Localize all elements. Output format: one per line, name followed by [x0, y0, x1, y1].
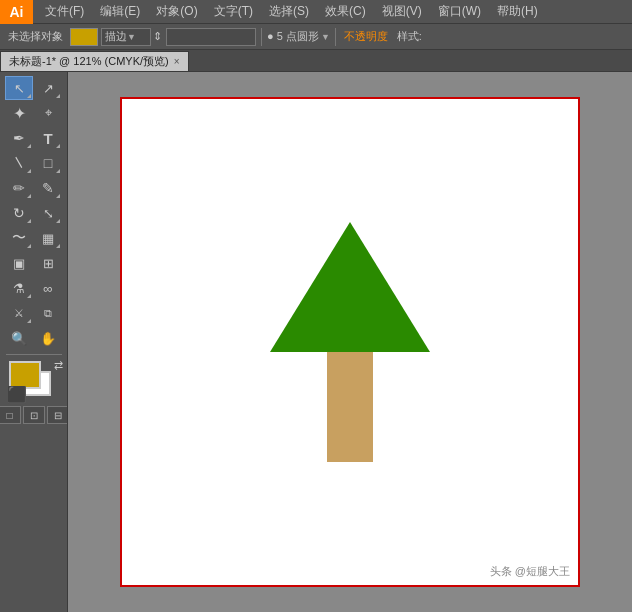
color-area: ⇄ ⬛	[9, 361, 59, 401]
zoom-tool[interactable]: 🔍	[5, 326, 33, 350]
tool-subtool-icon	[56, 169, 60, 173]
tool-row-6: ↻ ⤡	[5, 201, 62, 225]
foreground-color-swatch[interactable]	[9, 361, 41, 389]
watermark: 头条 @短腿大王	[490, 564, 570, 579]
eyedropper-icon: ⚗	[13, 281, 25, 296]
arrow-stem	[327, 352, 373, 462]
separator-2	[335, 28, 336, 46]
menu-window[interactable]: 窗口(W)	[430, 0, 489, 23]
blend-tool[interactable]: ∞	[34, 276, 62, 300]
tool-subtool-icon	[56, 219, 60, 223]
fullscreen-mode-btn[interactable]: ⊟	[47, 406, 69, 424]
color-swap-icon[interactable]: ⇄	[54, 359, 63, 372]
tab-bar: 未标题-1* @ 121% (CMYK/预览) ×	[0, 50, 632, 72]
type-tool[interactable]: T	[34, 126, 62, 150]
tool-subtool-icon	[56, 144, 60, 148]
stroke-value-input[interactable]	[166, 28, 256, 46]
line-tool[interactable]: /	[5, 151, 33, 175]
magic-wand-tool[interactable]: ✦	[5, 101, 33, 125]
tool-subtool-icon	[27, 319, 31, 323]
menu-object[interactable]: 对象(O)	[148, 0, 205, 23]
fill-swatch[interactable]	[70, 28, 98, 46]
stroke-arrow-icon: ▼	[127, 32, 136, 42]
menu-file[interactable]: 文件(F)	[37, 0, 92, 23]
arrow-shape	[270, 222, 430, 462]
gradient-icon: ▣	[13, 256, 25, 271]
tool-row-11: 🔍 ✋	[5, 326, 62, 350]
blend-icon: ∞	[43, 281, 52, 296]
eyedropper-tool[interactable]: ⚗	[5, 276, 33, 300]
opacity-btn[interactable]: 不透明度	[341, 29, 391, 44]
slice-select-icon: ⧉	[44, 307, 52, 320]
tool-row-10: ⚔ ⧉	[5, 301, 62, 325]
separator-1	[261, 28, 262, 46]
mesh-tool[interactable]: ⊞	[34, 251, 62, 275]
tool-subtool-icon	[27, 294, 31, 298]
tool-row-5: ✏ ✎	[5, 176, 62, 200]
lasso-icon: ⌖	[45, 105, 52, 121]
type-icon: T	[43, 130, 52, 147]
paintbrush-tool[interactable]: ✏	[5, 176, 33, 200]
warp-icon: 〜	[12, 229, 26, 247]
document-tab[interactable]: 未标题-1* @ 121% (CMYK/预览) ×	[0, 51, 189, 71]
pen-tool[interactable]: ✒	[5, 126, 33, 150]
left-toolbar: ↖ ↗ ✦ ⌖ ✒ T	[0, 72, 68, 612]
screen-mode-btn[interactable]: ⊡	[23, 406, 45, 424]
mesh-icon: ⊞	[43, 256, 54, 271]
menu-effect[interactable]: 效果(C)	[317, 0, 374, 23]
tool-row-9: ⚗ ∞	[5, 276, 62, 300]
tool-row-8: ▣ ⊞	[5, 251, 62, 275]
normal-mode-btn[interactable]: □	[0, 406, 21, 424]
dot-size-label: ● 5 点圆形	[267, 29, 319, 44]
tool-subtool-icon	[56, 244, 60, 248]
selection-label: 未选择对象	[4, 29, 67, 44]
document-canvas[interactable]: 头条 @短腿大王	[120, 97, 580, 587]
hand-tool[interactable]: ✋	[34, 326, 62, 350]
menu-view[interactable]: 视图(V)	[374, 0, 430, 23]
menu-type[interactable]: 文字(T)	[206, 0, 261, 23]
tab-close-icon[interactable]: ×	[174, 56, 180, 67]
control-toolbar: 未选择对象 描边 ▼ ⇕ ● 5 点圆形 ▼ 不透明度 样式:	[0, 24, 632, 50]
tool-row-3: ✒ T	[5, 126, 62, 150]
menu-select[interactable]: 选择(S)	[261, 0, 317, 23]
paintbrush-icon: ✏	[13, 180, 25, 196]
gradient-tool[interactable]: ▣	[5, 251, 33, 275]
rotate-icon: ↻	[13, 205, 25, 221]
stroke-select[interactable]: 描边 ▼	[101, 28, 151, 46]
tab-label: 未标题-1* @ 121% (CMYK/预览)	[9, 54, 169, 69]
tool-row-1: ↖ ↗	[5, 76, 62, 100]
slice-tool[interactable]: ⚔	[5, 301, 33, 325]
warp-tool[interactable]: 〜	[5, 226, 33, 250]
stroke-label: 描边	[105, 29, 127, 44]
lasso-tool[interactable]: ⌖	[34, 101, 62, 125]
select-icon: ↖	[14, 81, 25, 96]
rotate-tool[interactable]: ↻	[5, 201, 33, 225]
tool-subtool-icon	[56, 194, 60, 198]
rect-tool[interactable]: □	[34, 151, 62, 175]
dot-size-selector[interactable]: ● 5 点圆形 ▼	[267, 29, 330, 44]
app-logo: Ai	[0, 0, 33, 24]
graph-tool[interactable]: ▦	[34, 226, 62, 250]
slice-icon: ⚔	[14, 307, 24, 320]
menu-bar: Ai 文件(F) 编辑(E) 对象(O) 文字(T) 选择(S) 效果(C) 视…	[0, 0, 632, 24]
direct-select-tool[interactable]: ↗	[34, 76, 62, 100]
menu-items: 文件(F) 编辑(E) 对象(O) 文字(T) 选择(S) 效果(C) 视图(V…	[33, 0, 546, 23]
line-icon: /	[11, 155, 27, 171]
scale-tool[interactable]: ⤡	[34, 201, 62, 225]
style-btn[interactable]: 样式:	[394, 29, 425, 44]
menu-edit[interactable]: 编辑(E)	[92, 0, 148, 23]
tool-subtool-icon	[27, 169, 31, 173]
arrow-triangle	[270, 222, 430, 352]
color-reset-icon[interactable]: ⬛	[7, 387, 27, 403]
stroke-arrows: ⇕	[152, 30, 163, 43]
hand-icon: ✋	[40, 331, 56, 346]
tool-row-4: / □	[5, 151, 62, 175]
select-tool[interactable]: ↖	[5, 76, 33, 100]
slice-select-tool[interactable]: ⧉	[34, 301, 62, 325]
magic-wand-icon: ✦	[13, 104, 26, 123]
graph-icon: ▦	[42, 231, 54, 246]
pencil-tool[interactable]: ✎	[34, 176, 62, 200]
pen-icon: ✒	[13, 130, 25, 146]
canvas-area: 头条 @短腿大王	[68, 72, 632, 612]
menu-help[interactable]: 帮助(H)	[489, 0, 546, 23]
